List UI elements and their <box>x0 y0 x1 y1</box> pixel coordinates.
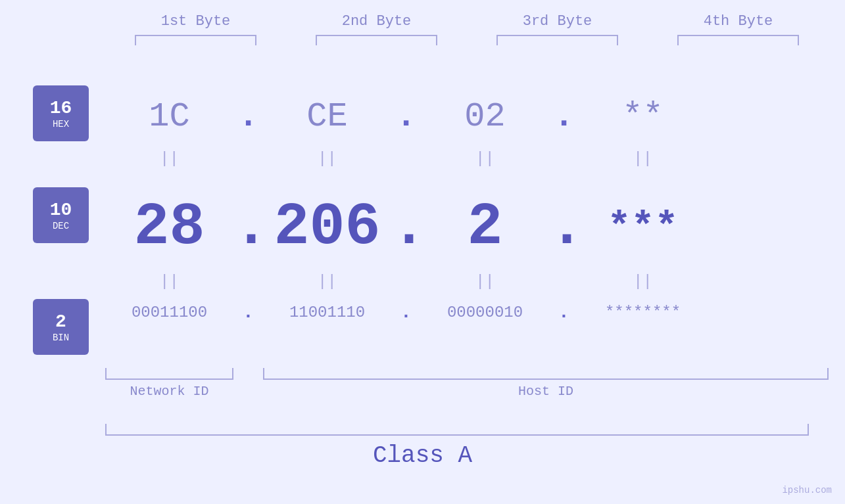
dec-b4: *** <box>579 205 707 250</box>
class-bracket <box>105 424 809 436</box>
byte-headers: 1st Byte 2nd Byte 3rd Byte 4th Byte <box>105 13 829 45</box>
byte4-bracket <box>677 35 799 45</box>
hex-b2: CE <box>263 97 391 136</box>
eq1-b3: || <box>421 150 549 168</box>
byte4-col: 4th Byte <box>666 13 811 45</box>
eq2-b2: || <box>263 273 391 290</box>
badge-hex-number: 16 <box>50 97 72 120</box>
eq-row-2: || || || || <box>105 273 829 290</box>
host-id-bracket <box>263 368 829 380</box>
hex-dot2: . <box>391 97 421 136</box>
hex-dot3: . <box>549 97 579 136</box>
bin-dot1: . <box>233 302 263 323</box>
network-id-bracket <box>105 368 233 380</box>
dec-dot2: . <box>391 194 421 261</box>
dec-b2: 206 <box>263 194 391 261</box>
dec-b3: 2 <box>421 194 549 261</box>
hex-b1: 1C <box>105 97 233 136</box>
badge-dec-label: DEC <box>53 221 69 231</box>
bin-dot3: . <box>549 302 579 323</box>
byte2-bracket <box>316 35 437 45</box>
byte1-col: 1st Byte <box>124 13 268 45</box>
page-container: 1st Byte 2nd Byte 3rd Byte 4th Byte 16 H… <box>0 0 845 504</box>
eq2-b1: || <box>105 273 233 290</box>
badge-dec-number: 10 <box>50 199 72 221</box>
eq1-b4: || <box>579 150 707 168</box>
bin-dot2: . <box>391 302 421 323</box>
dec-dot3: . <box>549 194 579 261</box>
bottom-brackets: Network ID Host ID <box>105 368 829 399</box>
bin-b2: 11001110 <box>263 304 391 321</box>
badge-dec: 10 DEC <box>33 187 89 243</box>
byte3-col: 3rd Byte <box>485 13 630 45</box>
class-label-container: Class A <box>0 442 845 469</box>
byte4-label: 4th Byte <box>704 13 773 30</box>
network-id-label: Network ID <box>105 384 233 399</box>
badge-bin-number: 2 <box>55 311 66 333</box>
hex-b4: ** <box>579 97 707 136</box>
badge-hex-label: HEX <box>53 119 69 129</box>
eq-row-1: || || || || <box>105 150 829 168</box>
badge-bin: 2 BIN <box>33 299 89 355</box>
dec-row: 28 . 206 . 2 . *** <box>105 194 829 261</box>
eq2-b4: || <box>579 273 707 290</box>
eq2-b3: || <box>421 273 549 290</box>
bin-row: 00011100 . 11001110 . 00000010 . *******… <box>105 302 829 323</box>
bin-b1: 00011100 <box>105 304 233 321</box>
hex-row: 1C . CE . 02 . ** <box>105 97 829 136</box>
class-label: Class A <box>373 442 472 469</box>
dec-b1: 28 <box>105 194 233 261</box>
byte3-label: 3rd Byte <box>523 13 592 30</box>
bin-b4: ******** <box>579 304 707 321</box>
hex-b3: 02 <box>421 97 549 136</box>
byte2-col: 2nd Byte <box>304 13 449 45</box>
bin-b3: 00000010 <box>421 304 549 321</box>
watermark: ipshu.com <box>782 484 832 496</box>
hex-dot1: . <box>233 97 263 136</box>
byte3-bracket <box>496 35 618 45</box>
byte1-bracket <box>135 35 256 45</box>
host-id-label: Host ID <box>263 384 829 399</box>
byte2-label: 2nd Byte <box>342 13 412 30</box>
dec-dot1: . <box>233 194 263 261</box>
badge-bin-label: BIN <box>53 332 69 343</box>
byte1-label: 1st Byte <box>161 13 231 30</box>
badge-hex: 16 HEX <box>33 85 89 141</box>
id-labels: Network ID Host ID <box>105 384 829 399</box>
eq1-b1: || <box>105 150 233 168</box>
eq1-b2: || <box>263 150 391 168</box>
